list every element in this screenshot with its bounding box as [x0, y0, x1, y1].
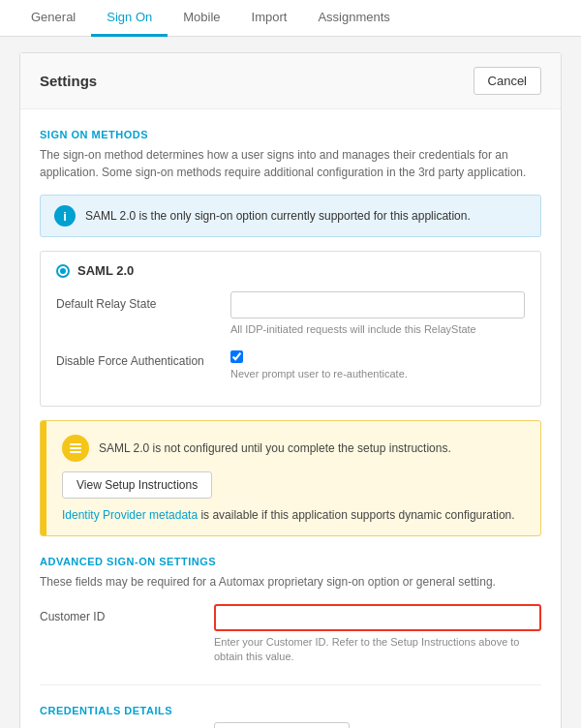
svg-rect-0: [70, 443, 81, 445]
saml-option-label[interactable]: SAML 2.0: [56, 263, 525, 278]
tab-sign-on[interactable]: Sign On: [91, 0, 168, 37]
default-relay-label: Default Relay State: [56, 291, 230, 311]
advanced-sign-on-title: ADVANCED SIGN-ON SETTINGS: [40, 556, 541, 567]
cancel-button[interactable]: Cancel: [474, 67, 541, 95]
tab-assignments[interactable]: Assignments: [302, 0, 405, 37]
disable-force-auth-field: Never prompt user to re-authenticate.: [230, 349, 525, 381]
sign-on-methods-title: SIGN ON METHODS: [40, 129, 541, 140]
idp-suffix: is available if this application support…: [198, 508, 515, 522]
app-username-format-row: Application username format Okta usernam…: [40, 722, 541, 728]
warning-icon-wrap: SAML 2.0 is not configured until you com…: [62, 435, 525, 462]
idp-metadata-text: Identity Provider metadata is available …: [62, 508, 525, 522]
default-relay-field: All IDP-initiated requests will include …: [230, 291, 525, 337]
saml-label-text: SAML 2.0: [77, 263, 134, 278]
customer-id-label: Customer ID: [40, 604, 214, 623]
disable-force-auth-checkbox[interactable]: [230, 350, 243, 363]
saml-info-text: SAML 2.0 is the only sign-on option curr…: [85, 209, 471, 223]
main-content: Settings Cancel SIGN ON METHODS The sign…: [0, 52, 581, 728]
customer-id-field: Enter your Customer ID. Refer to the Set…: [214, 604, 541, 665]
app-username-select-wrap: Okta username Email Custom ▾: [214, 722, 350, 728]
warning-content: SAML 2.0 is not configured until you com…: [46, 421, 540, 535]
disable-force-auth-checkbox-row: [230, 349, 525, 363]
tabs-bar: General Sign On Mobile Import Assignment…: [0, 0, 581, 37]
svg-rect-2: [70, 451, 81, 453]
sign-on-methods-desc: The sign-on method determines how a user…: [40, 146, 541, 181]
card-body: SIGN ON METHODS The sign-on method deter…: [20, 109, 561, 728]
setup-warning-box: SAML 2.0 is not configured until you com…: [40, 420, 541, 536]
disable-force-auth-row: Disable Force Authentication Never promp…: [56, 349, 525, 381]
tab-mobile[interactable]: Mobile: [168, 0, 235, 37]
warning-icon: [62, 435, 89, 462]
customer-id-hint: Enter your Customer ID. Refer to the Set…: [214, 635, 541, 665]
section-divider: [40, 684, 541, 685]
info-icon: i: [54, 205, 76, 227]
card-title: Settings: [40, 73, 97, 89]
default-relay-hint: All IDP-initiated requests will include …: [230, 322, 525, 337]
credentials-title: CREDENTIALS DETAILS: [40, 705, 541, 716]
advanced-sign-on-section: ADVANCED SIGN-ON SETTINGS These fields m…: [40, 556, 541, 665]
view-setup-button[interactable]: View Setup Instructions: [62, 471, 212, 499]
warning-text: SAML 2.0 is not configured until you com…: [99, 441, 451, 455]
app-username-field: Okta username Email Custom ▾: [214, 722, 541, 728]
sign-on-methods-section: SIGN ON METHODS The sign-on method deter…: [40, 129, 541, 536]
saml-option-box: SAML 2.0 Default Relay State All IDP-ini…: [40, 251, 541, 407]
card-header: Settings Cancel: [20, 53, 561, 109]
disable-force-auth-label: Disable Force Authentication: [56, 349, 230, 368]
app-username-select[interactable]: Okta username Email Custom: [214, 722, 350, 728]
tab-import[interactable]: Import: [236, 0, 303, 37]
customer-id-row: Customer ID Enter your Customer ID. Refe…: [40, 604, 541, 665]
default-relay-input[interactable]: [230, 291, 525, 318]
saml-radio[interactable]: [56, 264, 70, 278]
credentials-section: CREDENTIALS DETAILS Application username…: [40, 705, 541, 728]
settings-card: Settings Cancel SIGN ON METHODS The sign…: [19, 52, 562, 728]
idp-metadata-link[interactable]: Identity Provider metadata: [62, 508, 198, 522]
advanced-sign-on-desc: These fields may be required for a Autom…: [40, 573, 541, 591]
disable-force-auth-hint: Never prompt user to re-authenticate.: [230, 367, 525, 381]
saml-info-box: i SAML 2.0 is the only sign-on option cu…: [40, 195, 541, 237]
tab-general[interactable]: General: [15, 0, 91, 37]
default-relay-state-row: Default Relay State All IDP-initiated re…: [56, 291, 525, 337]
customer-id-input[interactable]: [214, 604, 541, 631]
app-username-label: Application username format: [40, 722, 214, 728]
svg-rect-1: [70, 447, 81, 449]
